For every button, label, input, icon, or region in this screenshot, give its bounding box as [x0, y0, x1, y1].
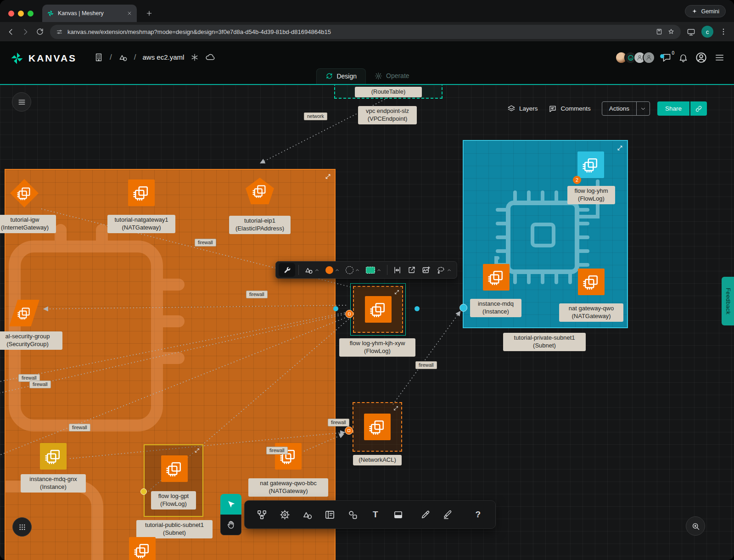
reload-button[interactable] [36, 28, 44, 36]
zoom-button[interactable] [686, 516, 705, 536]
snapshot-snowflake-icon[interactable] [191, 53, 199, 62]
shape-picker-button[interactable] [302, 264, 322, 276]
share-button[interactable]: Share [657, 101, 689, 116]
pen-tool-button[interactable] [420, 509, 431, 521]
link-icon [695, 105, 702, 112]
url-bar[interactable]: kanvas.new/extension/meshmap?mode=design… [50, 25, 681, 39]
actions-chevron[interactable] [636, 102, 650, 115]
select-tool-button[interactable] [220, 494, 241, 515]
selection-route-table[interactable]: (RouteTable) [334, 85, 443, 99]
configure-tool-button[interactable] [279, 263, 295, 277]
cloud-sync-icon[interactable] [205, 52, 215, 62]
widgets-grid-button[interactable] [12, 517, 32, 537]
collapse-group-icon[interactable] [194, 448, 200, 454]
notifications-bell-icon[interactable] [678, 53, 688, 62]
design-filename[interactable]: aws ec2.yaml [142, 53, 184, 61]
save-bookmark-box-icon[interactable] [656, 28, 663, 35]
minimize-window-button[interactable] [18, 11, 24, 17]
collapse-group-icon[interactable] [616, 145, 623, 151]
fill-color-button[interactable] [323, 264, 342, 276]
browser-menu-icon[interactable] [719, 28, 728, 36]
header-menu-icon[interactable] [714, 52, 725, 63]
flowlog-gpt-connection-dot[interactable] [140, 488, 147, 495]
tab-operate[interactable]: Operate [366, 68, 418, 84]
border-style-button[interactable] [343, 264, 362, 276]
layers-button[interactable]: Layers [507, 105, 538, 113]
node-name: tutorial-natgateway1 [110, 216, 173, 224]
node-partial-bottom[interactable] [129, 537, 156, 560]
node-label-route-table: (RouteTable) [355, 87, 422, 97]
node-flowlog-gpt[interactable] [161, 455, 188, 482]
collapse-group-icon[interactable] [325, 173, 331, 180]
maximize-window-button[interactable] [28, 11, 34, 17]
open-in-new-button[interactable] [405, 264, 418, 276]
kubernetes-tool-button[interactable] [279, 509, 290, 521]
edge-endpoint-dot[interactable] [415, 306, 420, 311]
gemini-label: Gemini [701, 8, 719, 15]
help-button[interactable]: ? [473, 509, 483, 521]
edge-label-firewall: firewall [266, 447, 288, 454]
node-type: (VPCEndpoint) [361, 115, 414, 123]
comments-button[interactable]: Comments [549, 105, 590, 113]
shapes-tool-button[interactable] [302, 509, 313, 521]
url-text[interactable]: kanvas.new/extension/meshmap?mode=design… [67, 28, 651, 35]
bookmark-star-icon[interactable] [667, 28, 675, 35]
flowlog-port-handle[interactable] [345, 310, 353, 318]
edge-firewall[interactable] [70, 432, 344, 459]
collaborator-avatars [615, 51, 655, 64]
subnet-connection-dot[interactable] [459, 304, 467, 312]
feedback-tab[interactable]: Feedback [722, 277, 734, 325]
image-plus-icon [422, 266, 431, 274]
pan-tool-button[interactable] [220, 515, 241, 535]
components-flow-button[interactable] [257, 509, 267, 521]
edge-label-network: network [304, 112, 327, 120]
note-tool-button[interactable] [392, 509, 403, 521]
gemini-button[interactable]: Gemini [685, 5, 726, 17]
site-settings-icon[interactable] [56, 28, 63, 35]
edge-firewall[interactable] [304, 434, 343, 451]
collapse-node-icon[interactable] [394, 289, 400, 295]
edge-firewall[interactable] [0, 314, 348, 397]
forward-button[interactable] [21, 28, 30, 36]
node-network-acl[interactable] [353, 402, 402, 452]
node-flowlog-xyw[interactable] [353, 286, 403, 333]
organization-icon[interactable] [94, 53, 103, 62]
copy-link-button[interactable] [690, 101, 707, 116]
marker-tool-button[interactable] [443, 509, 453, 521]
panel-tool-button[interactable] [325, 509, 335, 521]
install-app-icon[interactable] [687, 28, 695, 36]
design-canvas[interactable]: 2 flow log-yhm (FlowLog) instance-mdq (I… [0, 85, 734, 560]
tab-design[interactable]: Design [316, 68, 366, 84]
browser-profile-avatar[interactable]: c [701, 26, 713, 38]
node-instance-gnx[interactable] [40, 443, 67, 470]
node-natgateway1[interactable] [128, 179, 155, 206]
tab-close-icon[interactable] [127, 11, 132, 16]
tab-design-label: Design [336, 73, 357, 80]
selection-flowlog-xyw[interactable] [350, 283, 406, 336]
selection-style-button[interactable] [364, 265, 384, 275]
back-button[interactable] [6, 28, 15, 36]
chat-button[interactable]: 0 [662, 53, 672, 62]
close-window-button[interactable] [8, 11, 14, 17]
canvas-menu-button[interactable] [12, 92, 31, 112]
workspace-shapes-icon[interactable] [118, 53, 128, 62]
media-shapes-button[interactable] [347, 509, 358, 521]
collaborator-avatar[interactable] [643, 51, 655, 64]
actions-dropdown[interactable]: Actions [602, 101, 650, 116]
edge-endpoint-dot[interactable] [333, 306, 338, 311]
group-flowlog-gpt[interactable]: flow log-gpt (FlowLog) [144, 444, 203, 517]
edge-firewall[interactable] [44, 305, 346, 309]
text-tool-button[interactable]: T [370, 509, 381, 521]
actions-label[interactable]: Actions [602, 102, 636, 115]
collapse-node-icon[interactable] [393, 405, 399, 411]
node-type: (Subnet) [506, 342, 583, 350]
account-icon[interactable] [695, 51, 707, 64]
lasso-select-button[interactable] [434, 264, 454, 276]
acl-port-handle[interactable] [345, 426, 353, 435]
new-tab-button[interactable] [143, 7, 155, 19]
browser-tab[interactable]: Kanvas | Meshery [42, 5, 137, 22]
add-image-button[interactable] [420, 264, 433, 276]
fit-width-button[interactable] [391, 264, 404, 276]
node-name: flow log-yhm-kjh-xyw [342, 340, 413, 347]
kanvas-logo[interactable]: KANVAS [10, 51, 77, 65]
